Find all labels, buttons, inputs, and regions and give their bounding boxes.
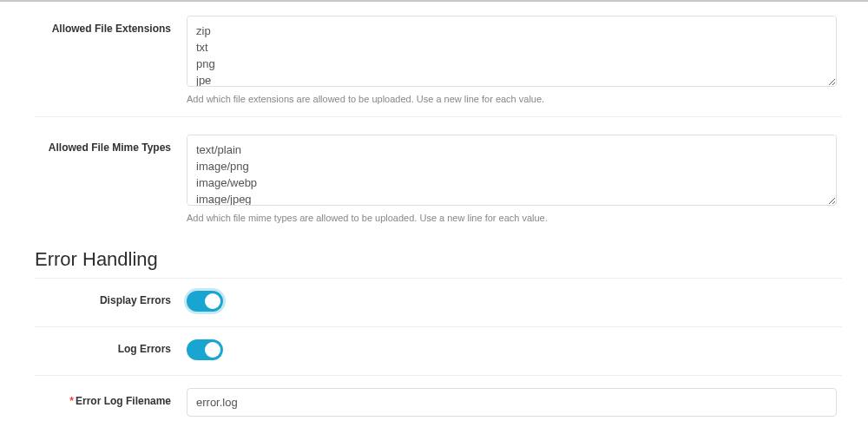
label-allowed-extensions: Allowed File Extensions xyxy=(35,16,187,35)
required-star-icon: * xyxy=(69,395,74,407)
row-log-errors: Log Errors xyxy=(35,327,842,376)
display-errors-toggle[interactable] xyxy=(187,291,223,312)
help-allowed-mime: Add which file mime types are allowed to… xyxy=(187,212,837,225)
allowed-extensions-textarea[interactable] xyxy=(187,16,837,87)
label-display-errors: Display Errors xyxy=(35,291,187,306)
row-display-errors: Display Errors xyxy=(35,279,842,327)
help-allowed-extensions: Add which file extensions are allowed to… xyxy=(187,93,837,106)
error-log-filename-input[interactable] xyxy=(187,388,837,417)
control-log-errors xyxy=(187,339,842,363)
label-allowed-mime: Allowed File Mime Types xyxy=(35,135,187,154)
control-error-log-filename xyxy=(187,388,842,417)
label-error-log-filename: *Error Log Filename xyxy=(35,388,187,407)
control-allowed-extensions: Add which file extensions are allowed to… xyxy=(187,16,842,106)
row-error-log-filename: *Error Log Filename xyxy=(35,376,842,429)
scrollbar-track xyxy=(858,3,867,434)
label-log-errors: Log Errors xyxy=(35,339,187,355)
row-allowed-mime: Allowed File Mime Types Add which file m… xyxy=(35,117,842,230)
settings-panel: Allowed File Extensions Add which file e… xyxy=(0,0,868,434)
toggle-knob xyxy=(205,293,220,309)
toggle-knob xyxy=(205,342,220,358)
control-allowed-mime: Add which file mime types are allowed to… xyxy=(187,135,842,225)
page-scrollbar[interactable] xyxy=(858,3,867,434)
section-error-handling: Error Handling xyxy=(35,231,842,279)
row-allowed-extensions: Allowed File Extensions Add which file e… xyxy=(35,2,842,111)
label-error-log-filename-text: Error Log Filename xyxy=(76,395,171,407)
control-display-errors xyxy=(187,291,842,314)
allowed-mime-textarea[interactable] xyxy=(187,135,837,206)
log-errors-toggle[interactable] xyxy=(187,339,223,360)
form-panel: Allowed File Extensions Add which file e… xyxy=(35,2,842,434)
